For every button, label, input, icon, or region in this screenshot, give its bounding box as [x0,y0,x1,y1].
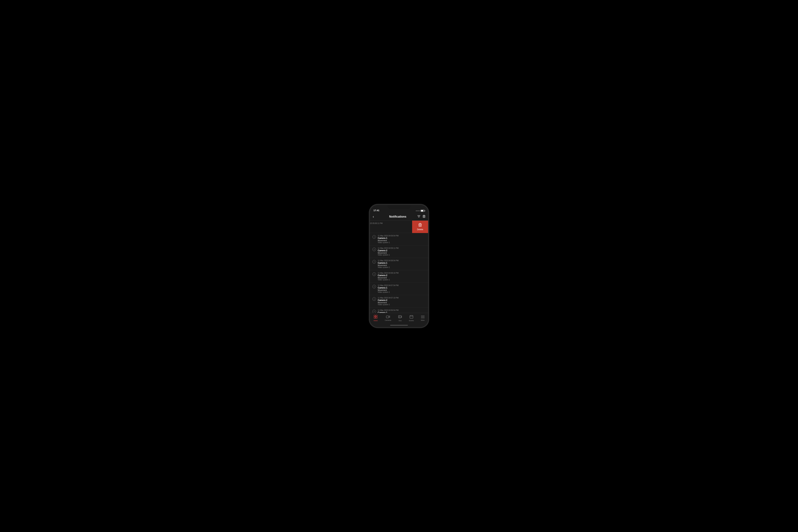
more-label: More [421,319,424,321]
list-item[interactable]: i 11 May 2023 04:59:11 PM Camera 2 Movem… [370,245,428,258]
events-icon [410,315,413,319]
status-icons [416,210,424,212]
events-label: Events [409,320,414,322]
nav-more[interactable]: More [419,315,426,322]
nav-cameras[interactable]: Cameras [383,315,393,322]
status-time: 17:41 [374,209,379,212]
app-content: ‹ Notifications [370,213,428,327]
swiped-notification: i 11 May 2023 05:00:11 PM 2 nt stem 1 [370,221,412,233]
filter-button[interactable] [417,215,420,218]
delete-label: Delete [417,228,423,231]
svg-rect-4 [423,215,424,215]
notification-item-wrapper: i 11 May 2023 04:57:54 PM Camera 1 Movem… [370,283,428,295]
eva-icon [398,315,402,319]
notification-info-icon: i [373,285,376,288]
more-icon [421,315,424,319]
delete-reveal-icon [418,223,422,228]
signal-icon [416,210,420,211]
phone-frame: 17:41 ‹ Notifications [369,204,429,328]
nav-events[interactable]: Events [407,314,415,322]
notification-item-wrapper: i 11 May 2023 04:58:54 PM Camera 1 Movem… [370,258,428,270]
list-item[interactable]: i 11 May 2023 04:58:54 PM Camera 1 Movem… [370,258,428,270]
notification-list[interactable]: Delete i 11 May 2023 05:00:11 PM 2 nt st… [370,221,428,313]
back-button[interactable]: ‹ [373,214,378,218]
notification-item-wrapper: i 11 May 2023 04:57:10 PM Camera 2 Movem… [370,295,428,307]
svg-rect-22 [410,316,413,318]
svg-rect-15 [374,315,375,317]
cameras-label: Cameras [385,319,392,321]
list-item[interactable]: i 11 May 2023 04:59:54 PM Camera 1 Movem… [370,233,428,245]
home-indicator [370,323,428,327]
svg-rect-17 [374,317,375,318]
notification-info-icon: i [373,297,376,301]
svg-point-21 [399,316,400,317]
notification-text: 11 May 2023 04:57:54 PM Camera 1 Movemen… [378,284,425,293]
delete-all-button[interactable] [423,215,425,218]
bottom-nav: Views Cameras [370,313,428,323]
notification-item-wrapper: i 11 May 2023 04:59:11 PM Camera 2 Movem… [370,245,428,258]
home-bar [390,325,408,326]
views-label: Views [374,320,378,322]
phone-notch [387,205,411,209]
header-actions [417,215,425,218]
svg-rect-10 [419,223,421,224]
notification-item-wrapper: i 11 May 2023 04:58:10 PM Camera 2 Movem… [370,270,428,283]
list-item[interactable]: i 11 May 2023 04:57:54 PM Camera 1 Movem… [370,283,428,295]
nav-views[interactable]: Views [372,314,379,322]
notification-item-wrapper: i 11 May 2023 04:59:54 PM Camera 1 Movem… [370,233,428,245]
svg-rect-18 [376,317,377,318]
list-item[interactable]: i 11 May 2023 04:57:10 PM Camera 2 Movem… [370,295,428,307]
list-item[interactable]: i 11 May 2023 04:56:54 PM Camera 1 Movem… [370,307,428,313]
notification-info-icon: i [373,310,376,313]
notification-info-icon: i [373,248,376,251]
list-item[interactable]: i 11 May 2023 04:58:10 PM Camera 2 Movem… [370,270,428,283]
svg-rect-16 [376,315,377,317]
notification-text: 11 May 2023 04:58:54 PM Camera 1 Movemen… [378,260,425,268]
notification-text: 11 May 2023 05:00:11 PM 2 nt stem 1 [370,222,410,231]
notifications-container: i 11 May 2023 04:59:54 PM Camera 1 Movem… [370,233,428,313]
header: ‹ Notifications [370,213,428,221]
notification-item-wrapper: i 11 May 2023 04:56:54 PM Camera 1 Movem… [370,307,428,313]
views-icon [374,315,377,319]
notification-text: 11 May 2023 04:57:10 PM Camera 2 Movemen… [378,297,425,306]
notification-item-swiped: Delete i 11 May 2023 05:00:11 PM 2 nt st… [370,221,428,233]
notification-text: 11 May 2023 04:56:54 PM Camera 1 Movemen… [378,309,425,313]
notification-text: 11 May 2023 04:59:54 PM Camera 1 Movemen… [378,235,425,244]
battery-icon [421,210,424,212]
svg-rect-19 [386,316,389,318]
page-title: Notifications [389,215,406,218]
notification-info-icon: i [373,235,376,239]
eva-label: Eva [399,320,401,322]
notification-text: 11 May 2023 04:59:11 PM Camera 2 Movemen… [378,247,425,256]
nav-eva[interactable]: Eva [397,314,403,322]
notification-info-icon: i [373,272,376,276]
notification-info-icon: i [373,260,376,264]
delete-reveal-action[interactable]: Delete [412,221,428,233]
cameras-icon [386,315,390,319]
notification-text: 11 May 2023 04:58:10 PM Camera 2 Movemen… [378,272,425,281]
